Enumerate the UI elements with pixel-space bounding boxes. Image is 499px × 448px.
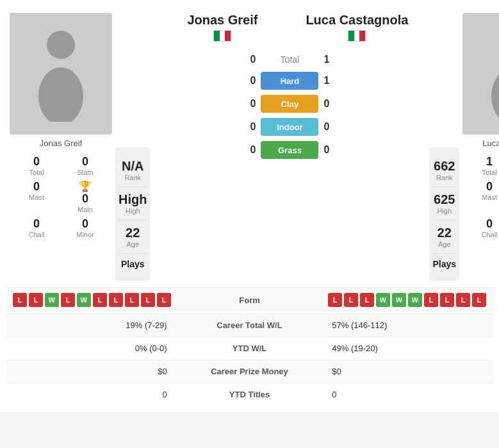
hard-badge: Hard — [261, 72, 318, 90]
clay-row: 0 Clay 0 — [155, 92, 424, 115]
left-high-value: High — [119, 192, 147, 207]
left-high-label: High — [119, 207, 147, 215]
left-slam-label: Slam — [63, 169, 108, 176]
left-hard-score: 0 — [229, 75, 261, 87]
form-badge-l: L — [424, 293, 438, 307]
right-high-value: 625 — [432, 192, 456, 207]
right-header: Luca Castagnola — [290, 13, 424, 44]
form-badge-l: L — [157, 293, 171, 307]
left-player-name: Jonas Greif — [40, 138, 82, 148]
left-player-card: Jonas Greif 0 Total 0 Slam 0 Mast 🏆 0 M — [10, 13, 112, 240]
left-minor-value: 0 — [63, 217, 108, 231]
right-total-label: Total — [467, 169, 499, 176]
grass-row: 0 Grass 0 — [155, 138, 424, 162]
form-badge-l: L — [141, 293, 155, 307]
right-ytd-wl: 49% (19-20) — [322, 337, 493, 360]
form-badge-l: L — [93, 293, 107, 307]
right-rank-label: Rank — [432, 174, 456, 181]
form-badge-l: L — [440, 293, 454, 307]
left-chall-label: Chall — [14, 231, 59, 238]
right-clay-score: 0 — [318, 98, 350, 110]
form-badge-l: L — [456, 293, 470, 307]
right-plays-value: Plays — [432, 259, 456, 269]
svg-point-3 — [491, 67, 499, 122]
svg-point-0 — [47, 31, 75, 59]
left-mast-label: Mast — [29, 194, 44, 201]
form-badge-l: L — [61, 293, 75, 307]
right-mast-label: Mast — [467, 194, 499, 201]
total-label: Total — [261, 54, 318, 65]
right-indoor-score: 0 — [318, 121, 350, 133]
left-header: Jonas Greif — [155, 13, 290, 44]
form-badge-l: L — [109, 293, 123, 307]
form-badge-l: L — [344, 293, 358, 307]
left-player-photo — [10, 13, 112, 135]
left-total-score: 0 — [229, 54, 261, 65]
left-total-value: 0 — [14, 155, 59, 169]
form-badge-w: W — [77, 293, 91, 307]
titles-label: YTD Titles — [177, 383, 323, 406]
right-prize: $0 — [322, 360, 493, 383]
hard-row: 0 Hard 1 — [155, 69, 424, 92]
total-row: 0 Total 1 — [155, 50, 424, 69]
form-badge-l: L — [13, 293, 27, 307]
ytd-wl-row: 0% (0-0) YTD W/L 49% (19-20) — [6, 337, 493, 360]
right-total-score: 1 — [318, 54, 350, 65]
left-main-label: Main — [78, 206, 93, 213]
form-badge-l: L — [328, 293, 342, 307]
right-grass-score: 0 — [318, 144, 350, 156]
left-mid-panel: N/A Rank High High 22 Age Plays — [115, 147, 150, 281]
left-career-wl: 19% (7-29) — [6, 314, 177, 337]
left-total-label: Total — [14, 169, 59, 176]
trophy-icon-left: 🏆 — [79, 180, 92, 192]
right-player-name: Luca Castagnola — [482, 138, 499, 148]
form-badge-w: W — [392, 293, 406, 307]
right-mid-panel: 662 Rank 625 High 22 Age Plays — [429, 147, 459, 281]
left-rank-label: Rank — [119, 174, 147, 181]
right-mast-value: 0 — [467, 180, 499, 194]
left-slam-value: 0 — [63, 155, 108, 169]
right-chall-label: Chall — [467, 231, 499, 238]
svg-point-1 — [38, 67, 83, 122]
right-form-badges: LLLWWWLLLL — [288, 293, 487, 307]
prize-row: $0 Career Prize Money $0 — [6, 360, 493, 383]
left-chall-value: 0 — [14, 217, 59, 231]
form-badge-w: W — [376, 293, 390, 307]
left-plays-value: Plays — [119, 259, 147, 269]
ytd-wl-label: YTD W/L — [177, 337, 323, 360]
clay-badge: Clay — [261, 95, 318, 113]
form-badge-w: W — [45, 293, 59, 307]
left-titles: 0 — [6, 383, 177, 406]
form-badge-l: L — [125, 293, 139, 307]
right-player-photo — [462, 13, 499, 135]
left-clay-score: 0 — [229, 98, 261, 110]
left-prize: $0 — [6, 360, 177, 383]
grass-badge: Grass — [261, 141, 318, 159]
form-section: LLWLWLLLLL Form LLLWWWLLLL — [6, 287, 493, 312]
right-total-value: 1 — [467, 155, 499, 169]
left-grass-score: 0 — [229, 144, 261, 156]
form-badge-l: L — [29, 293, 43, 307]
prize-label: Career Prize Money — [177, 360, 323, 383]
career-stats-table: 19% (7-29) Career Total W/L 57% (146-112… — [6, 313, 493, 406]
career-wl-row: 19% (7-29) Career Total W/L 57% (146-112… — [6, 314, 493, 337]
right-header-name: Luca Castagnola — [290, 13, 424, 28]
indoor-badge: Indoor — [261, 118, 318, 136]
right-player-card: Luca Castagnola 1 Total 0 Slam 0 Mast 🏆 … — [462, 13, 499, 240]
left-rank-value: N/A — [119, 159, 147, 174]
form-label: Form — [211, 295, 288, 305]
left-form-badges: LLWLWLLLLL — [13, 293, 211, 307]
form-badge-w: W — [408, 293, 422, 307]
center-column: Jonas Greif Luca Castagnola 0 Total 1 — [150, 13, 429, 162]
right-age-label: Age — [432, 240, 456, 248]
left-indoor-score: 0 — [229, 121, 261, 133]
right-career-wl: 57% (146-112) — [322, 314, 493, 337]
right-high-label: High — [432, 207, 456, 215]
form-badge-l: L — [360, 293, 374, 307]
right-titles: 0 — [322, 383, 493, 406]
left-minor-label: Minor — [63, 231, 108, 238]
right-chall-value: 0 — [467, 217, 499, 231]
right-flag-icon — [348, 30, 366, 42]
right-age-value: 22 — [432, 226, 456, 240]
left-mast-value: 0 — [33, 180, 40, 194]
